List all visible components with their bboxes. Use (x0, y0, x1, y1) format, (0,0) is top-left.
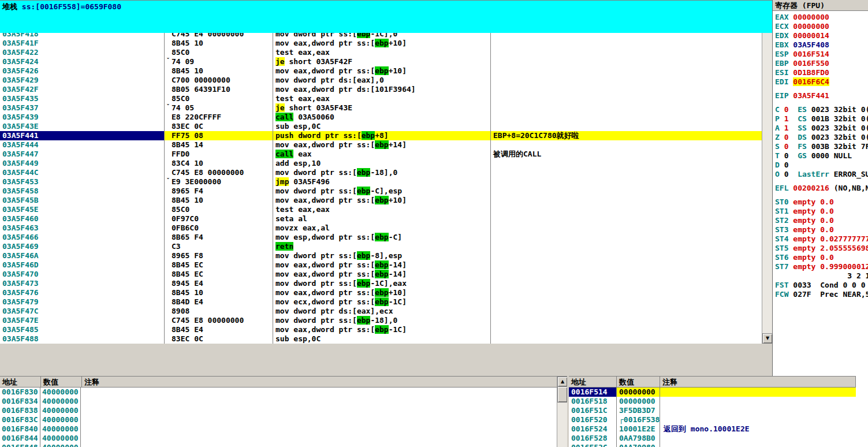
disassembly-scrollbar[interactable]: ▲ ▼ (762, 0, 772, 344)
register-line[interactable]: EBP 0016F550 (775, 59, 868, 68)
row-address: 0016F840 (0, 424, 40, 434)
disasm-row[interactable]: 03A5F4588965 F4mov dword ptr ss:[ebp-C],… (0, 187, 772, 196)
register-line[interactable]: EAX 00000000 (775, 13, 868, 22)
register-line[interactable]: 3 2 1 0 E S P U O Z D I (775, 271, 868, 281)
register-text: 0000 NULL (811, 151, 852, 160)
dump-row[interactable]: 0016F84440000000 (0, 434, 567, 443)
instruction-address: 03A5F422 (0, 48, 165, 57)
disasm-row[interactable]: 03A5F43585C0test eax,eax (0, 94, 772, 103)
scroll-up-button[interactable]: ▲ (557, 377, 567, 387)
register-line[interactable]: S 0 FS 003B 32bit 7FFDE000(FFF) (775, 142, 868, 151)
register-line[interactable]: ST1 empty 0.0 (775, 207, 868, 216)
register-line[interactable]: FST 0033 Cond 0 0 0 0 Err 0 0 1 1 0 0 1 … (775, 281, 868, 290)
stack-row[interactable]: 0016F52C0AA70980 (569, 443, 856, 447)
disasm-row[interactable]: 03A5F447FFD0call eax被调用的CALL (0, 150, 772, 159)
register-line[interactable]: ST5 empty 2.0555556983947753906 (775, 244, 868, 253)
disasm-row[interactable]: 03A5F46D8B45 ECmov eax,dword ptr ss:[ebp… (0, 260, 772, 270)
disasm-row[interactable]: 03A5F42F8B05 64391F10mov eax,dword ptr d… (0, 85, 772, 94)
disasm-row[interactable]: 03A5F44CC745 E8 00000000mov dword ptr ss… (0, 168, 772, 177)
disasm-row[interactable]: 03A5F47C8908mov dword ptr ds:[eax],ecx (0, 307, 772, 316)
stack-row[interactable]: 0016F520┌0016F538 (569, 415, 856, 424)
register-text: ES (798, 105, 811, 114)
register-line[interactable]: EDX 00000014 (775, 31, 868, 40)
disasm-row[interactable]: 03A5F43E83EC 0Csub esp,0C (0, 122, 772, 131)
disasm-row[interactable]: 03A5F4268B45 10mov eax,dword ptr ss:[ebp… (0, 66, 772, 76)
register-line[interactable]: ST3 empty 0.0 (775, 225, 868, 234)
register-text: FS (798, 142, 811, 151)
disasm-row[interactable]: 03A5F45B8B45 10mov eax,dword ptr ss:[ebp… (0, 196, 772, 205)
disasm-row[interactable]: 03A5F439E8 220CFFFFcall 03A50060 (0, 113, 772, 122)
stack-row[interactable]: 0016F51400000000 (569, 388, 856, 397)
register-line[interactable]: ST4 empty 0.0277777777777777776 (775, 234, 868, 244)
disasm-row[interactable]: 03A5F46A8965 F8mov dword ptr ss:[ebp-8],… (0, 251, 772, 260)
register-line[interactable]: ESI 0D1B8FD0 (775, 68, 868, 77)
register-line[interactable]: ST2 empty 0.0 (775, 216, 868, 225)
dump-row[interactable]: 0016F83440000000 (0, 397, 567, 406)
stack-row[interactable]: 0016F5280AA798B0 (569, 434, 856, 443)
disasm-row[interactable]: 03A5F4668B65 F4mov esp,dword ptr ss:[ebp… (0, 233, 772, 242)
disasm-row[interactable]: 03A5F4600F97C0seta al (0, 214, 772, 224)
disasm-row[interactable]: 03A5F4630FB6C0movzx eax,al (0, 224, 772, 233)
register-line[interactable]: O 0 LastErr ERROR_SUCCESS (00000000) (775, 170, 868, 179)
instruction-address: 03A5F46A (0, 251, 165, 260)
instruction-address: 03A5F42F (0, 85, 165, 94)
disasm-row[interactable]: 03A5F429C700 00000000mov dword ptr ds:[e… (0, 76, 772, 85)
disasm-row[interactable]: 03A5F48883EC 0Csub esp,0C (0, 334, 772, 344)
disasm-row[interactable]: 03A5F41F8B45 10mov eax,dword ptr ss:[ebp… (0, 39, 772, 48)
register-line[interactable]: EBX 03A5F408 (775, 40, 868, 50)
register-line[interactable]: ECX 00000000 (775, 22, 868, 31)
disasm-row[interactable]: 03A5F47EC745 E8 00000000mov dword ptr ss… (0, 316, 772, 325)
dump-row[interactable]: 0016F83040000000 (0, 388, 567, 397)
instruction-address: 03A5F466 (0, 233, 165, 242)
dump-row[interactable]: 0016F83C40000000 (0, 415, 567, 424)
instruction-address: 03A5F453 (0, 177, 165, 187)
register-line[interactable]: A 1 SS 0023 32bit 0(FFFFFFFF) (775, 124, 868, 133)
disasm-row[interactable]: 03A5F4768B45 10mov eax,dword ptr ss:[ebp… (0, 288, 772, 297)
instruction-comment (491, 57, 772, 66)
dump-row[interactable]: 0016F84840000000 (0, 443, 567, 447)
dump-row[interactable]: 0016F83840000000 (0, 406, 567, 415)
disasm-row[interactable]: 03A5F4448B45 14mov eax,dword ptr ss:[ebp… (0, 140, 772, 150)
disasm-row[interactable]: 03A5F424ˇ74 09je short 03A5F42F (0, 57, 772, 66)
dump-row[interactable]: 0016F84040000000 (0, 424, 567, 434)
register-line[interactable]: ST6 empty 0.0 (775, 253, 868, 262)
disasm-row[interactable]: 03A5F4708B45 ECmov eax,dword ptr ss:[ebp… (0, 270, 772, 279)
disasm-row[interactable]: 03A5F437ˇ74 05je short 03A5F43E (0, 103, 772, 113)
instruction-bytes: 83C4 10 (165, 159, 273, 168)
register-line[interactable]: C 0 ES 0023 32bit 0(FFFFFFFF) (775, 105, 868, 114)
register-line[interactable]: Z 0 DS 0023 32bit 0(FFFFFFFF) (775, 133, 868, 142)
scrollbar-thumb[interactable] (557, 386, 567, 403)
instruction-address: 03A5F45B (0, 196, 165, 205)
disasm-row[interactable]: 03A5F4798B4D E4mov ecx,dword ptr ss:[ebp… (0, 297, 772, 307)
disasm-row[interactable]: 03A5F4858B45 E4mov eax,dword ptr ss:[ebp… (0, 325, 772, 334)
instruction-comment (491, 270, 772, 279)
register-line[interactable]: EDI 0016F6C4 (775, 77, 868, 87)
register-text: 3 2 1 0 E S P U O Z D I (775, 271, 868, 280)
register-line[interactable]: ESP 0016F514 (775, 50, 868, 59)
register-line[interactable]: FCW 027F Prec NEAR,53 Mask 1 1 1 1 1 1 (775, 290, 868, 299)
disasm-row[interactable]: 03A5F453ˇE9 3E000000jmp 03A5F496 (0, 177, 772, 187)
disasm-row[interactable]: 03A5F44983C4 10add esp,10 (0, 159, 772, 168)
disasm-row[interactable]: 03A5F441FF75 08push dword ptr ss:[ebp+8]… (0, 131, 772, 140)
disasm-row[interactable]: 03A5F4738945 E4mov dword ptr ss:[ebp-1C]… (0, 279, 772, 288)
dump-scrollbar[interactable]: ▲ (557, 377, 567, 447)
down-arrow-icon: ▼ (766, 336, 769, 341)
row-comment (81, 415, 567, 424)
disasm-row[interactable]: 03A5F42285C0test eax,eax (0, 48, 772, 57)
stack-row[interactable]: 0016F51C3F5DB3D7 (569, 406, 856, 415)
stack-row[interactable]: 0016F52410001E2E返回到 mono.10001E2E (569, 424, 856, 434)
register-line[interactable]: EIP 03A5F441 (775, 91, 868, 100)
register-line[interactable]: P 1 CS 001B 32bit 0(FFFFFFFF) (775, 114, 868, 124)
register-line[interactable]: EFL 00200216 (NO,NB,NE,A,NS,PE,GE,G) (775, 184, 868, 193)
disasm-row[interactable]: 03A5F45E85C0test eax,eax (0, 205, 772, 214)
scroll-down-button[interactable]: ▼ (762, 333, 772, 344)
disasm-row[interactable]: 03A5F469C3retn (0, 242, 772, 251)
register-line[interactable]: ST0 empty 0.0 (775, 198, 868, 207)
stack-row[interactable]: 0016F51800000000 (569, 397, 856, 406)
register-line[interactable]: D 0 (775, 161, 868, 170)
register-line[interactable]: ST7 empty 0.9990000128746032715 (775, 262, 868, 271)
info-expression: ss:[0016F558]=0659F080 (22, 2, 121, 11)
instruction-disassembly: je short 03A5F43E (273, 103, 491, 113)
instruction-address: 03A5F447 (0, 150, 165, 159)
register-line[interactable]: T 0 GS 0000 NULL (775, 151, 868, 161)
